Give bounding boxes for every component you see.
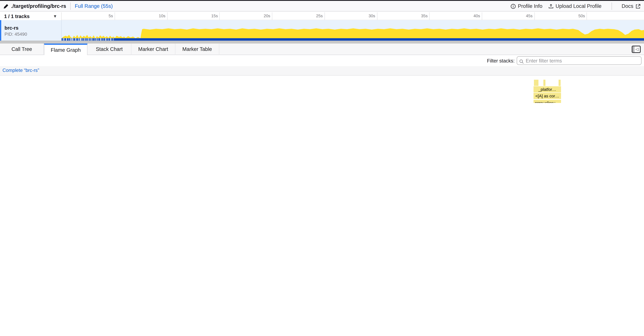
ruler-tick: [429, 12, 430, 20]
ruler-tick-label: 30s: [369, 14, 375, 18]
tab-call-tree[interactable]: Call Tree: [0, 44, 44, 55]
external-link-icon: [635, 4, 641, 9]
breadcrumb-bar: Complete “brc-rs”: [0, 66, 644, 76]
filter-stacks-label: Filter stacks:: [487, 58, 515, 64]
track-header[interactable]: brc-rs PID: 45490: [0, 20, 62, 40]
search-icon: [519, 58, 524, 63]
tab-marker-table[interactable]: Marker Table: [176, 44, 219, 55]
marker-gap: [107, 38, 107, 41]
divider: [612, 2, 612, 10]
ruler-tick: [377, 12, 377, 20]
edit-icon[interactable]: [3, 3, 9, 9]
marker-gap: [70, 38, 70, 41]
marker-gap: [102, 38, 102, 41]
flame-block[interactable]: core::slice::…: [534, 100, 561, 103]
marker-gap: [108, 38, 109, 41]
timeline-scrollbar[interactable]: [0, 41, 644, 44]
flame-block[interactable]: _platfor…: [534, 86, 561, 92]
cpu-activity-graph[interactable]: [62, 20, 644, 40]
filter-input[interactable]: Enter filter terms: [516, 56, 642, 65]
top-header: ./target/profiling/brc-rs Full Range (55…: [0, 0, 644, 12]
marker-gap: [87, 38, 87, 41]
marker-gap: [75, 38, 76, 41]
marker-gap: [63, 38, 64, 41]
ruler-tick-label: 25s: [316, 14, 323, 18]
ruler-tick: [324, 12, 325, 20]
ruler-tick-label: 15s: [211, 14, 218, 18]
breadcrumb[interactable]: Complete “brc-rs”: [2, 68, 39, 73]
flame-graph[interactable]: _platfor…<[A] as cor…core::slice::…core:…: [0, 76, 644, 103]
marker-gap: [82, 38, 82, 41]
ruler-tick: [272, 12, 272, 20]
sidebar-bar: [632, 46, 634, 52]
marker-gap: [84, 38, 84, 41]
profile-name[interactable]: ./target/profiling/brc-rs: [11, 3, 66, 9]
marker-gap: [68, 38, 68, 41]
marker-gap: [113, 38, 114, 41]
ruler-tick: [115, 12, 115, 20]
flame-block[interactable]: <[A] as cor…: [534, 93, 561, 99]
tracks-dropdown[interactable]: 1 / 1 tracks ▼: [0, 12, 62, 20]
marker-gap: [112, 38, 112, 41]
marker-gap: [91, 38, 92, 41]
tab-marker-chart[interactable]: Marker Chart: [132, 44, 175, 55]
ruler-tick-label: 45s: [526, 14, 532, 18]
marker-gap: [72, 38, 73, 41]
open-sidebar-icon[interactable]: ◁: [632, 46, 641, 53]
marker-strip[interactable]: [62, 38, 644, 41]
marker-gap: [105, 38, 106, 41]
upload-icon: [548, 4, 554, 9]
filter-toolbar: Filter stacks: Enter filter terms: [0, 55, 644, 66]
marker-gap: [90, 38, 90, 41]
ruler-tick: [534, 12, 534, 20]
ruler-tick: [482, 12, 482, 20]
profiler-window: ./target/profiling/brc-rs Full Range (55…: [0, 0, 644, 103]
full-range-button[interactable]: Full Range (55s): [75, 3, 113, 9]
ruler-tick-label: 40s: [474, 14, 480, 18]
ruler-tick: [220, 12, 220, 20]
marker-gap: [92, 38, 93, 41]
marker-gap: [94, 38, 94, 41]
filter-placeholder: Enter filter terms: [526, 58, 562, 64]
marker-gap: [64, 38, 65, 41]
ruler-tick: [587, 12, 587, 20]
marker-gap: [80, 38, 82, 41]
marker-gap: [74, 38, 74, 41]
marker-gap: [86, 38, 86, 41]
marker-gap: [110, 38, 111, 41]
marker-gap: [77, 38, 77, 41]
info-icon: [510, 4, 516, 9]
docs-button[interactable]: Docs: [622, 3, 641, 9]
tab-flame-graph[interactable]: Flame Graph: [44, 44, 88, 56]
marker-gap: [88, 38, 88, 41]
track-name: brc-rs: [4, 25, 18, 31]
marker-gap: [66, 38, 67, 41]
track-pid: PID: 45490: [4, 32, 27, 36]
marker-gap: [104, 38, 104, 41]
ruler-tick-label: 50s: [578, 14, 585, 18]
upload-profile-button[interactable]: Upload Local Profile: [548, 3, 602, 9]
marker-gap: [96, 38, 96, 41]
track-row: brc-rs PID: 45490: [0, 20, 644, 40]
flame-block-sliver[interactable]: [534, 80, 538, 86]
ruler-tick-label: 20s: [264, 14, 270, 18]
profile-info-button[interactable]: Profile Info: [510, 3, 542, 9]
marker-gap: [98, 38, 99, 41]
ruler-tick: [167, 12, 168, 20]
marker-gap: [100, 38, 101, 41]
ruler-tick-label: 5s: [108, 14, 113, 18]
ruler-tick-label: 35s: [421, 14, 428, 18]
marker-gap: [78, 38, 79, 41]
flame-block-sliver[interactable]: [558, 80, 561, 86]
flame-block-sliver[interactable]: [544, 80, 546, 86]
panel-tabbar: Call TreeFlame GraphStack ChartMarker Ch…: [0, 44, 644, 55]
timeline-ruler[interactable]: 5s10s15s20s25s30s35s40s45s50s: [62, 12, 644, 20]
tab-stack-chart[interactable]: Stack Chart: [88, 44, 132, 55]
chevron-down-icon: ▼: [53, 14, 57, 18]
sidebar-arrow: ◁: [635, 46, 638, 52]
divider: [70, 2, 70, 10]
marker-gap: [97, 38, 98, 41]
ruler-tick-label: 10s: [159, 14, 166, 18]
